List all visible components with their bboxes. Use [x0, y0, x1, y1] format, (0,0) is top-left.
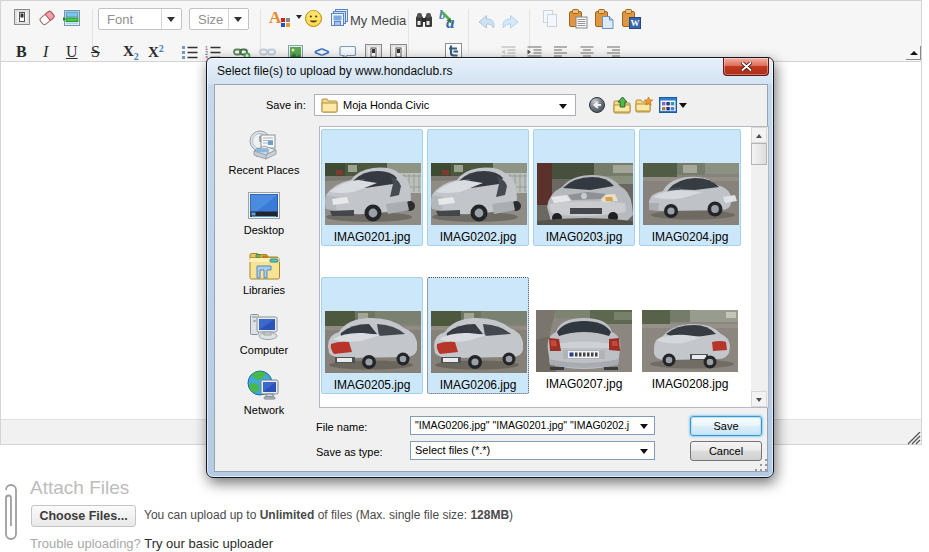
svg-text:W: W — [631, 18, 640, 28]
